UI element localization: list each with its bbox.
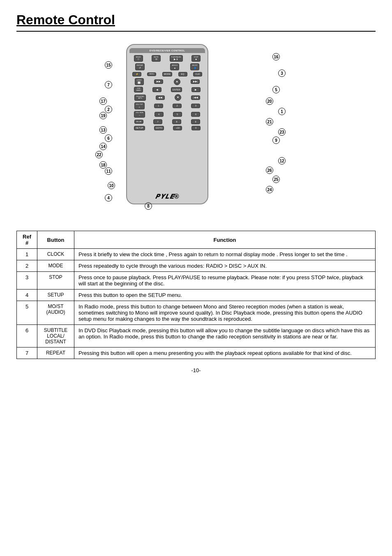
callout-4: 4 [105,194,112,202]
callout-23: 23 [278,128,286,136]
function-desc: Press this button to open the SETUP menu… [74,290,376,301]
ref-num: 6 [17,325,37,348]
num3-btn: 3 [191,104,200,109]
remote-body: DVD/RECEIVER CONTROL MODE☉ MUTE✉ PLAY/PA… [126,44,208,204]
remote-diagram: DVD/RECEIVER CONTROL MODE☉ MUTE✉ PLAY/PA… [16,40,376,221]
function-desc: In DVD Disc Playback mode, pressing this… [74,325,376,348]
table-row: 5 MO/ST (AUDIO) In Radio mode, press thi… [17,301,376,325]
callout-3: 3 [278,70,286,77]
callout-7: 7 [105,81,112,88]
function-desc: In Radio mode, press this button to chan… [74,301,376,325]
rew-btn: ◀ [152,87,161,92]
callout-13: 13 [99,126,107,134]
callout-25: 25 [272,176,280,183]
ref-num: 5 [17,301,37,325]
eq-btn: EQ [178,72,187,77]
callout-21: 21 [266,118,273,125]
table-row: 6 SUBTITLE LOCAL/ DISTANT In DVD Disc Pl… [17,325,376,348]
num7-btn: 7 [153,119,162,124]
setup-btn: SETUP [134,126,145,131]
page-footer: -10- [16,367,376,373]
callout-11: 11 [105,167,112,175]
table-row: 3 STOP Press once to pause playback. Pre… [17,272,376,290]
remote-row-9: SEL AF 7 8 9 [129,119,205,124]
stop-btn: STOP■ [191,55,201,62]
angle-btn: ANGLE▲ [170,63,179,70]
button-label: REPEAT [37,348,74,359]
remote-row-1: MODE☉ MUTE✉ PLAY/PAUSE▶⏸ STOP■ [129,55,205,62]
ref-num: 4 [17,290,37,301]
vol-plus-btn: VOL TOP+ [134,102,145,109]
num0-btn: 0 [191,126,201,131]
callout-26: 26 [266,167,273,174]
skip-back-btn: |◀◀ [191,95,200,100]
button-label: SUBTITLE LOCAL/ DISTANT [37,325,74,348]
plus10-btn: +10 [173,126,182,131]
button-label: SETUP [37,290,74,301]
callout-17: 17 [99,97,107,105]
right-btn: ▶ [191,87,201,92]
ref-num: 2 [17,260,37,272]
reference-table: Ref # Button Function 1 CLOCK Press it b… [16,231,376,359]
remote-row-2: REPEAT↺ ANGLE▲ MO/ST👤 [129,63,205,70]
down-btn: ▼ [175,94,181,101]
button-label: CLOCK [37,249,74,260]
table-row: 7 REPEAT Pressing this button will open … [17,348,376,359]
osd-band-btn: OSDBAND [134,87,143,93]
num8-btn: 8 [172,119,181,124]
callout-12: 12 [278,157,286,164]
button-label: MODE [37,260,74,272]
vol-minus-btn: VOL RDM− [134,111,145,118]
remote-wrapper: DVD/RECEIVER CONTROL MODE☉ MUTE✉ PLAY/PA… [81,40,311,221]
function-desc: Press repeatedly to cycle through the va… [74,260,376,272]
pyle-logo: 𝙋𝙔𝙇𝙀® [155,193,180,200]
callout-2: 2 [105,106,112,113]
num5-btn: 5 [173,112,182,117]
table-row: 4 SETUP Press this button to open the SE… [17,290,376,301]
callout-9: 9 [272,137,280,144]
title-divider [16,31,376,32]
playpause-btn: PLAY/PAUSE▶⏸ [170,55,183,62]
remote-top-bar: DVD/RECEIVER CONTROL [129,48,205,53]
num1-btn: 1 [154,104,163,109]
num6-btn: 6 [191,112,200,117]
repeat-btn: REPEAT↺ [135,63,145,70]
callout-22: 22 [95,151,103,158]
callout-14: 14 [99,143,107,150]
callout-16: 16 [272,53,280,60]
callout-20: 20 [266,97,273,105]
button-label: STOP [37,272,74,290]
col-header-function: Function [74,231,376,249]
prev-btn: ◀◀ [156,95,165,100]
up-btn: ▲ [174,79,180,85]
callout-1: 1 [278,108,286,115]
title-pbc-btn: TITLE/PBCA/PS [134,95,146,101]
sel-btn: SEL AF [134,120,143,124]
enter-btn: ENTER [171,87,182,92]
num9-btn: 9 [191,119,200,124]
wifi-btn: ⚡ [132,72,141,77]
ref-num: 7 [17,348,37,359]
remote-row-5: OSDBAND ◀ ENTER ▶ [129,87,205,93]
callout-15: 15 [105,61,112,69]
button-label: MO/ST (AUDIO) [37,301,74,325]
goto-btn: GOTO [154,126,164,131]
table-row: 1 CLOCK Press it briefly to view the clo… [17,249,376,260]
mode2-btn: MODE [162,72,173,77]
most-btn: MO/ST👤 [190,63,199,70]
clk-btn: CLK [193,72,202,77]
function-desc: Press once to pause playback. Press PLAY… [74,272,376,290]
lodx-btn: LO/DX⬜ [135,78,144,85]
col-header-ref: Ref # [17,231,37,249]
callout-6: 6 [105,134,112,142]
function-desc: Press it briefly to view the clock time … [74,249,376,260]
remote-row-3: ⚡ MENU MODE EQ CLK [129,72,205,77]
callout-10: 10 [108,182,115,189]
function-desc: Pressing this button will open a menu pr… [74,348,376,359]
num4-btn: 4 [154,112,164,117]
remote-row-4: LO/DX⬜ ▶▶ ▲ ▶▶| [129,78,205,85]
callout-5: 5 [272,86,280,93]
ref-num: 1 [17,249,37,260]
callout-8: 8 [145,202,152,210]
remote-row-8: VOL RDM− 4 5 6 [129,111,205,118]
